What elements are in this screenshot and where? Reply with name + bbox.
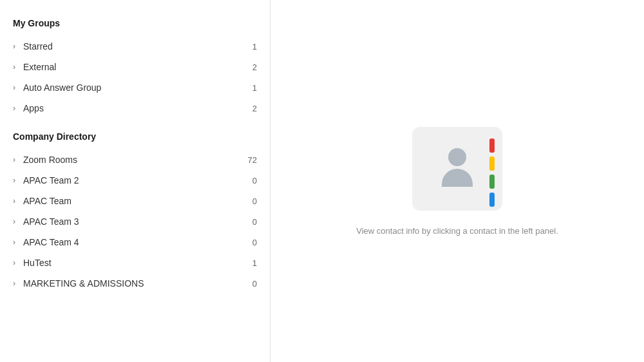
group-count: 1 <box>244 83 257 93</box>
directory-count: 0 <box>244 176 257 186</box>
directory-count: 72 <box>244 155 257 165</box>
directory-item[interactable]: › HuTest 1 <box>0 252 270 273</box>
directory-item[interactable]: › APAC Team 3 0 <box>0 211 270 232</box>
group-count: 2 <box>244 104 257 113</box>
chevron-icon: › <box>13 104 15 113</box>
chevron-icon: › <box>13 217 15 226</box>
group-label: Auto Answer Group <box>23 82 244 93</box>
directory-item[interactable]: › APAC Team 4 0 <box>0 232 270 252</box>
chevron-icon: › <box>13 83 15 92</box>
color-bars <box>489 138 495 207</box>
directory-count: 0 <box>244 238 257 247</box>
avatar-silhouette <box>437 148 478 189</box>
group-count: 2 <box>244 62 257 72</box>
blue-bar <box>489 193 495 207</box>
directory-item[interactable]: › APAC Team 2 0 <box>0 170 270 191</box>
chevron-icon: › <box>13 155 15 164</box>
avatar-body <box>442 169 473 187</box>
my-groups-title: My Groups <box>0 13 270 36</box>
yellow-bar <box>489 157 495 171</box>
chevron-icon: › <box>13 196 15 205</box>
directory-count: 0 <box>244 217 257 227</box>
red-bar <box>489 138 495 153</box>
directory-label: APAC Team 3 <box>23 216 244 227</box>
my-group-item[interactable]: › Auto Answer Group 1 <box>0 77 270 98</box>
company-directory-list: › Zoom Rooms 72 › APAC Team 2 0 › APAC T… <box>0 149 270 294</box>
avatar-head <box>448 148 466 166</box>
chevron-icon: › <box>13 42 15 51</box>
my-groups-list: › Starred 1 › External 2 › Auto Answer G… <box>0 36 270 119</box>
directory-label: APAC Team <box>23 196 244 206</box>
directory-item[interactable]: › Zoom Rooms 72 <box>0 149 270 170</box>
directory-count: 0 <box>244 279 257 289</box>
directory-label: Zoom Rooms <box>23 155 244 165</box>
chevron-icon: › <box>13 62 15 71</box>
right-panel: View contact info by clicking a contact … <box>270 0 644 362</box>
chevron-icon: › <box>13 238 15 247</box>
my-group-item[interactable]: › External 2 <box>0 57 270 77</box>
directory-item[interactable]: › APAC Team 0 <box>0 191 270 211</box>
group-label: Apps <box>23 103 244 113</box>
directory-label: MARKETING & ADMISSIONS <box>23 278 244 289</box>
my-group-item[interactable]: › Apps 2 <box>0 98 270 119</box>
chevron-icon: › <box>13 279 15 288</box>
company-directory-title: Company Directory <box>0 126 270 149</box>
group-count: 1 <box>244 42 257 52</box>
directory-label: HuTest <box>23 258 244 268</box>
chevron-icon: › <box>13 258 15 267</box>
left-panel: My Groups › Starred 1 › External 2 › Aut… <box>0 0 270 362</box>
hint-text: View contact info by clicking a contact … <box>356 226 558 236</box>
directory-count: 0 <box>244 196 257 206</box>
directory-label: APAC Team 2 <box>23 175 244 186</box>
chevron-icon: › <box>13 176 15 185</box>
group-label: Starred <box>23 41 244 52</box>
my-group-item[interactable]: › Starred 1 <box>0 36 270 57</box>
contact-illustration <box>412 127 502 211</box>
green-bar <box>489 175 495 189</box>
directory-count: 1 <box>244 258 257 268</box>
directory-label: APAC Team 4 <box>23 237 244 247</box>
directory-item[interactable]: › MARKETING & ADMISSIONS 0 <box>0 273 270 294</box>
group-label: External <box>23 62 244 72</box>
